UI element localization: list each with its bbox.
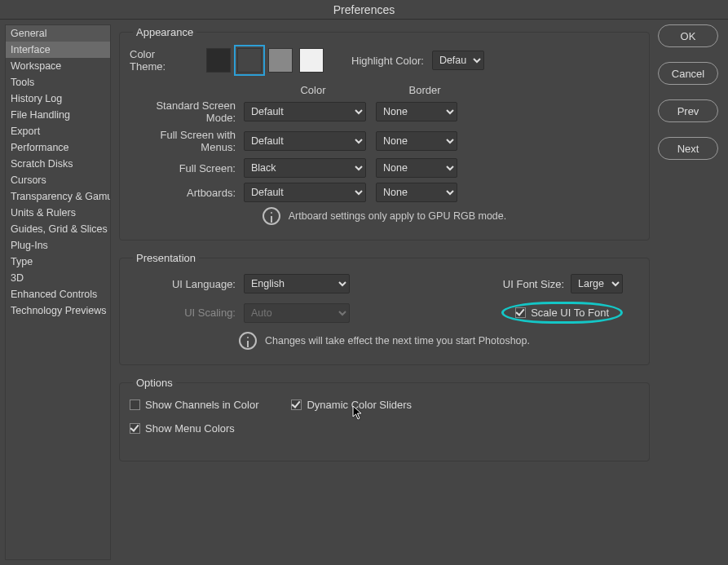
ui-scaling-select: Auto (244, 303, 350, 323)
screen-mode-color-select[interactable]: Default (244, 183, 366, 202)
ui-language-label: UI Language: (130, 278, 244, 290)
sidebar-item-workspace[interactable]: Workspace (6, 58, 110, 74)
sidebar-item-tools[interactable]: Tools (6, 74, 110, 90)
screen-mode-row: Full Screen with Menus:DefaultNone (130, 129, 639, 153)
restart-note-text: Changes will take effect the next time y… (265, 335, 530, 347)
options-legend: Options (133, 377, 176, 389)
sidebar-item-file-handling[interactable]: File Handling (6, 107, 110, 123)
ui-font-size-select[interactable]: Large (571, 274, 623, 294)
sidebar-item-transparency-gamut[interactable]: Transparency & Gamut (6, 188, 110, 205)
main-content: GeneralInterfaceWorkspaceToolsHistory Lo… (0, 20, 728, 565)
head-color: Color (252, 84, 374, 96)
highlight-color-select[interactable]: Default (432, 51, 484, 70)
info-icon (263, 207, 280, 225)
color-theme-swatch[interactable] (268, 48, 293, 73)
options-row-1: Show Channels in Color Dynamic Color Sli… (130, 399, 639, 411)
screen-mode-row: Artboards:DefaultNone (130, 183, 639, 202)
sidebar-item-performance[interactable]: Performance (6, 139, 110, 156)
show-channels-checkbox[interactable]: Show Channels in Color (130, 399, 258, 411)
color-theme-swatch[interactable] (299, 48, 324, 73)
show-menu-colors-checkbox[interactable]: Show Menu Colors (130, 422, 235, 435)
show-menu-colors-label: Show Menu Colors (145, 422, 235, 435)
info-icon (239, 332, 257, 350)
sidebar-item-cursors[interactable]: Cursors (6, 172, 110, 188)
presentation-legend: Presentation (133, 252, 199, 264)
sidebar-item-export[interactable]: Export (6, 123, 110, 139)
sidebar-item-scratch-disks[interactable]: Scratch Disks (6, 156, 110, 172)
checkbox-box-icon (130, 399, 140, 410)
screen-mode-border-select[interactable]: None (376, 158, 457, 178)
appearance-panel: Appearance Color Theme: Highlight Color:… (119, 26, 650, 241)
color-theme-swatches (206, 48, 324, 73)
checkbox-box-icon (130, 423, 140, 434)
sidebar-item-plug-ins[interactable]: Plug-Ins (6, 237, 110, 254)
screen-mode-row: Full Screen:BlackNone (130, 158, 639, 178)
scale-ui-to-font-highlight: Scale UI To Font (501, 302, 623, 324)
screen-mode-row: Standard Screen Mode:DefaultNone (130, 99, 639, 124)
sidebar-item-type[interactable]: Type (6, 254, 110, 270)
screen-mode-label: Full Screen: (130, 162, 244, 174)
presentation-panel: Presentation UI Language: English UI Fon… (119, 252, 650, 365)
preferences-category-list: GeneralInterfaceWorkspaceToolsHistory Lo… (5, 24, 111, 560)
artboard-note-text: Artboard settings only apply to GPU RGB … (289, 210, 507, 222)
dynamic-sliders-label: Dynamic Color Sliders (307, 399, 412, 411)
appearance-legend: Appearance (133, 26, 196, 38)
dynamic-sliders-checkbox[interactable]: Dynamic Color Sliders (291, 399, 412, 411)
screen-mode-border-select[interactable]: None (376, 131, 457, 151)
options-panel: Options Show Channels in Color Dynamic C… (119, 377, 650, 461)
highlight-color-label: Highlight Color: (351, 55, 424, 67)
sidebar-item-enhanced-controls[interactable]: Enhanced Controls (6, 286, 110, 302)
options-row-2: Show Menu Colors (130, 422, 639, 435)
sidebar-item-guides-grid-slices[interactable]: Guides, Grid & Slices (6, 221, 110, 237)
sidebar-item-interface[interactable]: Interface (6, 42, 110, 58)
ui-scaling-row: UI Scaling: Auto Scale UI To Font (130, 302, 639, 324)
screen-mode-color-select[interactable]: Default (244, 102, 366, 121)
screen-mode-color-select[interactable]: Black (244, 158, 366, 178)
screen-mode-label: Standard Screen Mode: (130, 99, 244, 124)
color-theme-label: Color Theme: (130, 48, 195, 73)
screen-mode-label: Full Screen with Menus: (130, 129, 244, 153)
sidebar-item-technology-previews[interactable]: Technology Previews (6, 302, 110, 319)
restart-note-row: Changes will take effect the next time y… (130, 332, 639, 350)
head-border: Border (384, 84, 465, 96)
sidebar-item-history-log[interactable]: History Log (6, 90, 110, 107)
show-channels-label: Show Channels in Color (145, 399, 258, 411)
checkbox-box-icon (515, 307, 526, 318)
scale-ui-to-font-checkbox[interactable]: Scale UI To Font (515, 307, 609, 319)
artboard-note-row: Artboard settings only apply to GPU RGB … (130, 207, 639, 225)
screen-mode-border-select[interactable]: None (376, 102, 457, 121)
sidebar-item-3d[interactable]: 3D (6, 270, 110, 286)
prev-button[interactable]: Prev (658, 99, 718, 122)
content-area: Appearance Color Theme: Highlight Color:… (111, 20, 658, 565)
ui-language-select[interactable]: English (244, 274, 350, 294)
dialog-buttons: OK Cancel Prev Next (658, 20, 728, 565)
scale-ui-to-font-label: Scale UI To Font (531, 307, 609, 319)
sidebar-item-general[interactable]: General (6, 25, 110, 42)
ui-font-size-label: UI Font Size: (503, 278, 564, 290)
window-title: Preferences (0, 0, 728, 20)
screen-mode-label: Artboards: (130, 187, 244, 199)
screen-mode-border-select[interactable]: None (376, 183, 457, 202)
ui-language-row: UI Language: English UI Font Size: Large (130, 274, 639, 294)
column-headers: Color Border (252, 84, 639, 96)
checkbox-box-icon (291, 399, 302, 410)
color-theme-swatch[interactable] (206, 48, 231, 73)
color-theme-row: Color Theme: Highlight Color: Default (130, 48, 639, 73)
ui-scaling-label: UI Scaling: (130, 307, 244, 319)
color-theme-swatch[interactable] (237, 48, 262, 73)
ok-button[interactable]: OK (658, 24, 718, 47)
screen-mode-color-select[interactable]: Default (244, 131, 366, 151)
sidebar-item-units-rulers[interactable]: Units & Rulers (6, 205, 110, 221)
next-button[interactable]: Next (658, 137, 718, 160)
cancel-button[interactable]: Cancel (658, 62, 718, 85)
